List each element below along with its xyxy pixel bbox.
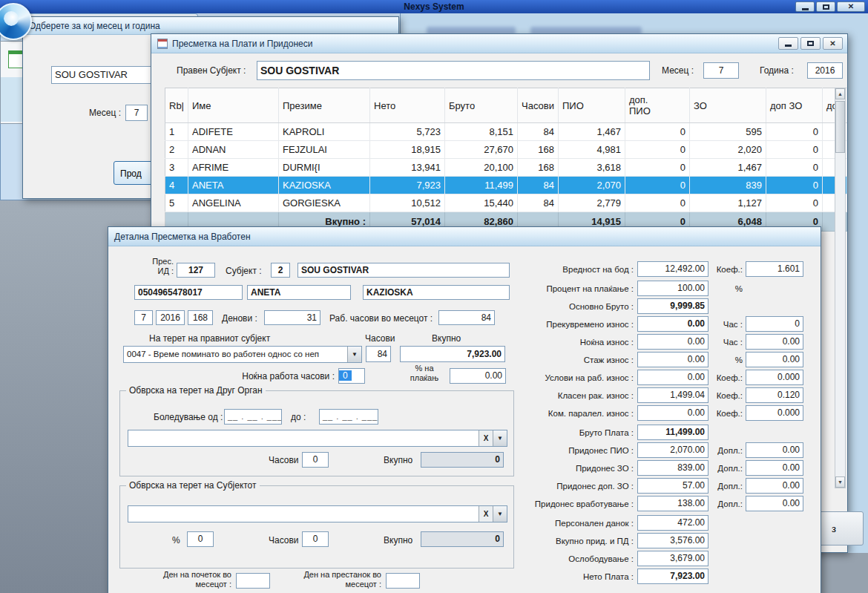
fund-hours-field[interactable]: 168 — [188, 310, 213, 325]
cell[interactable]: ADNAN — [188, 141, 279, 159]
first-name-field[interactable]: ANETA — [247, 285, 351, 300]
cell[interactable]: 1,127 — [689, 194, 766, 212]
cell[interactable]: AFRIME — [188, 159, 279, 177]
cell[interactable]: 0 — [766, 194, 822, 212]
total-field[interactable]: 0 — [421, 452, 504, 468]
cell[interactable]: 0 — [766, 159, 822, 177]
scroll-up-icon[interactable]: ▲ — [835, 88, 845, 99]
minimize-button[interactable] — [778, 37, 798, 50]
chevron-down-icon[interactable]: ▼ — [493, 430, 507, 446]
column-header[interactable]: ПИО — [558, 88, 625, 123]
cell[interactable]: 18,915 — [370, 141, 445, 159]
cell[interactable]: 84 — [518, 123, 559, 141]
field-extra-value[interactable]: 0.000 — [746, 370, 803, 385]
cell[interactable]: GORGIESKA — [279, 194, 370, 212]
close-button[interactable]: ✕ — [823, 37, 843, 50]
field-extra-value[interactable]: 0.000 — [746, 405, 803, 421]
days-field[interactable]: 31 — [264, 310, 320, 325]
field-value[interactable]: 0.00 — [637, 370, 708, 385]
total-field[interactable]: 0 — [421, 531, 504, 547]
hours-field[interactable]: 0 — [302, 531, 329, 547]
field-value[interactable]: 11,499.00 — [637, 425, 708, 440]
month-field[interactable]: 7 — [134, 310, 153, 325]
close-button[interactable]: ✕ — [837, 1, 865, 12]
subject-code-field[interactable]: 2 — [271, 263, 290, 278]
clear-icon[interactable]: X — [479, 506, 493, 522]
cell[interactable]: 8,151 — [445, 123, 518, 141]
cell[interactable]: 1 — [165, 123, 188, 141]
cell[interactable]: 27,670 — [445, 141, 518, 159]
scrollbar-thumb[interactable] — [835, 101, 845, 153]
table-row[interactable]: 1ADIFETEKAPROLI5,7238,151841,46705950 — [165, 123, 847, 141]
cell[interactable]: 4,981 — [558, 141, 625, 159]
start-day-field[interactable] — [236, 573, 270, 589]
cell[interactable]: 11,499 — [445, 177, 518, 194]
cell[interactable]: 168 — [518, 159, 559, 177]
scroll-down-icon[interactable]: ▼ — [835, 476, 845, 488]
field-value[interactable]: 1,499.04 — [637, 387, 708, 403]
cell[interactable]: 1,467 — [689, 159, 766, 177]
cell[interactable]: 2,020 — [689, 141, 766, 159]
cell[interactable]: 2 — [165, 141, 188, 159]
cell[interactable]: ANGELINA — [188, 194, 279, 212]
year-input[interactable]: 2016 — [807, 62, 843, 79]
table-row[interactable]: 5ANGELINAGORGIESKA10,51215,440842,77901,… — [165, 194, 847, 212]
embg-field[interactable]: 0504965478017 — [134, 285, 243, 300]
work-amount-field[interactable]: 7,923.00 — [400, 346, 505, 362]
column-header[interactable]: Презиме — [279, 88, 370, 123]
cell[interactable]: 5 — [165, 194, 188, 212]
field-value[interactable]: 9,999.85 — [637, 298, 708, 314]
field-extra-value[interactable]: 0.00 — [746, 442, 803, 458]
hours-field[interactable]: 0 — [302, 452, 329, 468]
month-hours-field[interactable]: 84 — [438, 310, 495, 325]
minimize-button[interactable] — [795, 1, 815, 12]
field-value[interactable]: 0.00 — [637, 334, 708, 350]
cell[interactable]: 0 — [766, 141, 822, 159]
vertical-scrollbar[interactable]: ▲ ▼ — [835, 88, 846, 488]
detail-titlebar[interactable]: Детална Пресметка на Вработен — [108, 227, 821, 246]
column-header[interactable]: Часови — [518, 88, 559, 123]
field-value[interactable]: 0.00 — [637, 316, 708, 332]
other-organ-combobox[interactable]: X ▼ — [128, 430, 507, 447]
restore-button[interactable] — [816, 1, 835, 12]
subject-name-field[interactable]: SOU GOSTIVAR — [297, 263, 510, 278]
chevron-down-icon[interactable]: ▼ — [493, 506, 507, 522]
table-row[interactable]: 4ANETAKAZIOSKA7,92311,499842,07008390 — [165, 177, 847, 194]
table-row[interactable]: 2ADNANFEJZULAI18,91527,6701684,98102,020… — [165, 141, 847, 159]
cell[interactable]: ADIFETE — [188, 123, 279, 141]
field-extra-value[interactable]: 0.00 — [746, 334, 803, 350]
column-header[interactable]: Име — [188, 88, 279, 123]
column-header[interactable]: доп ЗО — [766, 88, 822, 123]
end-day-field[interactable] — [386, 573, 420, 589]
sick-from-date-field[interactable]: __ . __ . ____ — [224, 409, 282, 425]
column-header[interactable]: ЗО — [689, 88, 766, 123]
field-value[interactable]: 472.00 — [637, 515, 708, 531]
pres-id-field[interactable]: 127 — [177, 263, 215, 278]
cell[interactable]: 0 — [766, 123, 822, 141]
field-extra-value[interactable]: 0.120 — [746, 387, 803, 403]
month-input[interactable]: 7 — [703, 62, 739, 79]
cell[interactable]: 20,100 — [445, 159, 518, 177]
cell[interactable]: 839 — [689, 177, 766, 194]
field-value[interactable]: 839.00 — [637, 460, 708, 476]
cell[interactable]: 0 — [625, 194, 689, 212]
cell[interactable]: 84 — [518, 177, 559, 194]
field-extra-value[interactable]: 0.00 — [746, 478, 803, 494]
cell[interactable]: 84 — [518, 194, 559, 212]
dialog-titlebar[interactable]: Одберете за кој месец и година — [23, 17, 398, 35]
field-value[interactable]: 12,492.00 — [637, 261, 708, 277]
cell[interactable]: 3,618 — [558, 159, 625, 177]
work-code-combobox[interactable]: 0047 - Време поминато во работен однос с… — [123, 346, 362, 363]
field-value[interactable]: 7,923.00 — [637, 569, 708, 584]
cell[interactable]: DURMI{I — [279, 159, 370, 177]
chevron-down-icon[interactable]: ▼ — [347, 347, 361, 362]
cell[interactable]: 1,467 — [558, 123, 625, 141]
clear-icon[interactable]: X — [479, 430, 493, 446]
entity-value[interactable]: SOU GOSTIVAR — [257, 61, 650, 80]
field-value[interactable]: 138.00 — [637, 496, 708, 511]
last-name-field[interactable]: KAZIOSKA — [363, 285, 510, 300]
cell[interactable]: 168 — [518, 141, 559, 159]
field-extra-value[interactable]: 0.00 — [746, 460, 803, 476]
cell[interactable]: 4 — [165, 177, 188, 194]
cell[interactable]: 15,440 — [445, 194, 518, 212]
